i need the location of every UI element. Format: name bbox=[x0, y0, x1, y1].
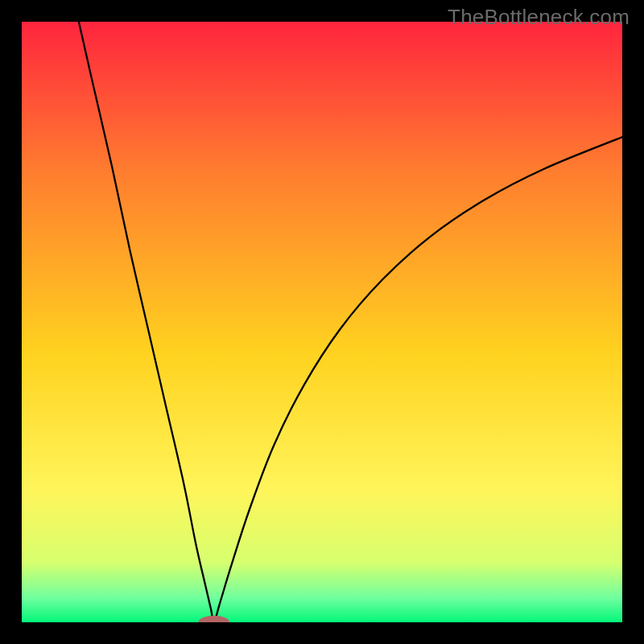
gradient-background bbox=[22, 22, 622, 622]
chart-svg bbox=[22, 22, 622, 622]
chart-frame: TheBottleneck.com bbox=[0, 0, 644, 644]
watermark-label: TheBottleneck.com bbox=[448, 5, 630, 30]
plot-area bbox=[22, 22, 622, 622]
